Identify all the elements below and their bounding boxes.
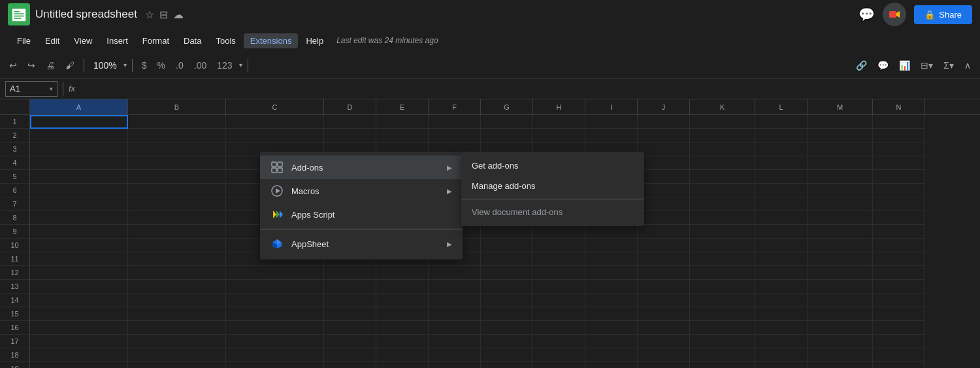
grid-cell[interactable]	[429, 307, 481, 321]
grid-cell[interactable]	[128, 142, 226, 156]
undo-button[interactable]: ↩	[5, 58, 21, 73]
grid-cell[interactable]	[533, 252, 585, 266]
row-num-10[interactable]: 10	[0, 239, 30, 252]
grid-cell[interactable]	[376, 321, 429, 335]
grid-cell[interactable]	[128, 321, 226, 335]
grid-cell[interactable]	[226, 115, 324, 129]
grid-cell[interactable]	[226, 321, 324, 335]
grid-cell[interactable]	[128, 348, 226, 362]
row-num-3[interactable]: 3	[0, 142, 30, 156]
grid-cell[interactable]	[324, 280, 376, 293]
grid-cell[interactable]	[226, 362, 324, 368]
grid-cell[interactable]	[808, 280, 873, 293]
grid-cell[interactable]	[481, 280, 533, 293]
col-header-a[interactable]: A	[30, 99, 128, 114]
col-header-f[interactable]: F	[429, 99, 481, 114]
grid-cell[interactable]	[429, 362, 481, 368]
row-num-12[interactable]: 12	[0, 266, 30, 280]
grid-cell[interactable]	[30, 252, 128, 266]
grid-cell[interactable]	[376, 307, 429, 321]
grid-cell[interactable]	[873, 170, 925, 184]
menu-tools[interactable]: Tools	[209, 33, 242, 48]
grid-cell[interactable]	[429, 321, 481, 335]
grid-cell[interactable]	[755, 362, 808, 368]
grid-cell[interactable]	[226, 266, 324, 280]
grid-cell[interactable]	[30, 184, 128, 197]
grid-cell[interactable]	[376, 266, 429, 280]
grid-cell[interactable]	[638, 348, 690, 362]
row-num-11[interactable]: 11	[0, 252, 30, 266]
grid-cell[interactable]	[638, 307, 690, 321]
row-num-6[interactable]: 6	[0, 184, 30, 197]
grid-cell[interactable]	[585, 335, 638, 348]
grid-cell[interactable]	[533, 266, 585, 280]
grid-cell[interactable]	[533, 129, 585, 142]
menu-format[interactable]: Format	[136, 33, 176, 48]
document-title[interactable]: Untitled spreadsheet	[35, 8, 137, 21]
grid-cell[interactable]	[690, 321, 755, 335]
grid-cell[interactable]	[585, 321, 638, 335]
grid-cell[interactable]	[690, 170, 755, 184]
grid-cell[interactable]	[873, 307, 925, 321]
grid-cell[interactable]	[755, 156, 808, 170]
grid-cell[interactable]	[30, 307, 128, 321]
grid-cell[interactable]	[30, 129, 128, 142]
redo-button[interactable]: ↪	[24, 58, 39, 73]
grid-cell[interactable]	[873, 293, 925, 307]
grid-cell[interactable]	[873, 252, 925, 266]
grid-cell[interactable]	[873, 280, 925, 293]
grid-cell[interactable]	[429, 293, 481, 307]
grid-cell[interactable]	[481, 252, 533, 266]
menu-file[interactable]: File	[10, 33, 37, 48]
chart-button[interactable]: 📊	[895, 58, 914, 73]
comment-toolbar-button[interactable]: 💬	[874, 58, 892, 73]
zoom-selector[interactable]: 100%	[90, 58, 121, 73]
grid-cell[interactable]	[30, 321, 128, 335]
grid-cell[interactable]	[533, 293, 585, 307]
grid-cell[interactable]	[429, 115, 481, 129]
grid-cell[interactable]	[585, 307, 638, 321]
dropdown-appsheet[interactable]: AppSheet ▶	[260, 232, 463, 256]
grid-cell[interactable]	[30, 293, 128, 307]
grid-cell[interactable]	[481, 115, 533, 129]
grid-cell[interactable]	[376, 115, 429, 129]
grid-cell[interactable]	[128, 211, 226, 225]
grid-cell[interactable]	[585, 115, 638, 129]
grid-cell[interactable]	[755, 225, 808, 239]
row-num-2[interactable]: 2	[0, 129, 30, 142]
grid-cell[interactable]	[30, 239, 128, 252]
grid-cell[interactable]	[690, 293, 755, 307]
grid-cell[interactable]	[376, 280, 429, 293]
col-header-g[interactable]: G	[481, 99, 533, 114]
grid-cell[interactable]	[429, 266, 481, 280]
submenu-view-doc-addons[interactable]: View document add-ons	[461, 202, 644, 222]
grid-cell[interactable]	[873, 184, 925, 197]
grid-cell[interactable]	[324, 307, 376, 321]
grid-cell[interactable]	[128, 225, 226, 239]
grid-cell[interactable]	[30, 115, 128, 129]
grid-cell[interactable]	[128, 156, 226, 170]
grid-cell[interactable]	[533, 307, 585, 321]
share-button[interactable]: 🔒 Share	[914, 5, 972, 24]
grid-cell[interactable]	[533, 280, 585, 293]
col-header-m[interactable]: M	[808, 99, 873, 114]
grid-cell[interactable]	[30, 280, 128, 293]
grid-cell[interactable]	[690, 156, 755, 170]
grid-cell[interactable]	[533, 321, 585, 335]
grid-cell[interactable]	[481, 129, 533, 142]
grid-cell[interactable]	[429, 335, 481, 348]
grid-cell[interactable]	[30, 225, 128, 239]
grid-cell[interactable]	[638, 280, 690, 293]
grid-cell[interactable]	[873, 239, 925, 252]
grid-cell[interactable]	[226, 129, 324, 142]
grid-cell[interactable]	[873, 348, 925, 362]
grid-cell[interactable]	[638, 129, 690, 142]
grid-cell[interactable]	[376, 362, 429, 368]
grid-cell[interactable]	[873, 142, 925, 156]
grid-cell[interactable]	[690, 252, 755, 266]
grid-cell[interactable]	[808, 307, 873, 321]
col-header-j[interactable]: J	[638, 99, 690, 114]
grid-cell[interactable]	[533, 115, 585, 129]
grid-cell[interactable]	[690, 197, 755, 211]
grid-cell[interactable]	[481, 321, 533, 335]
